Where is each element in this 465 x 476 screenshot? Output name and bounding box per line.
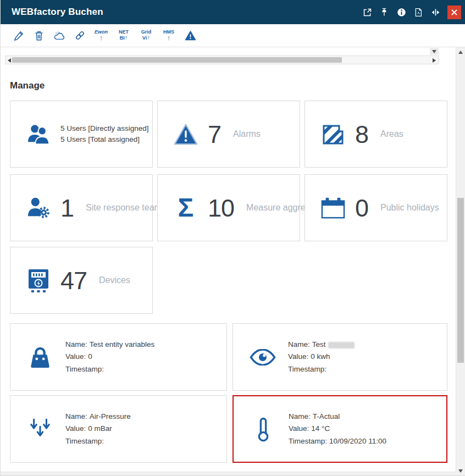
horizontal-scrollbar[interactable] [5,56,439,64]
areas-count: 8 [355,122,368,147]
card-name-row: Name:Test [288,339,355,351]
card-timestamp-row: Timestamp: [65,363,154,375]
card-value-value: 14 °C [311,424,330,433]
site-response-teams-label: Site response teams [86,203,166,213]
netbi-upload-button[interactable]: NET BI↑ [117,30,131,41]
alarms-label: Alarms [233,129,261,139]
users-summary: 5 Users [Directly assigned] 5 Users [Tot… [60,123,149,145]
card-value-value: 0 mBar [88,424,112,433]
scroll-down-icon[interactable] [432,50,436,53]
alarm-triangle-icon [172,123,200,146]
bottom-scroll-gutter [1,472,456,475]
tile-areas[interactable]: 8 Areas [305,101,447,168]
card-name-value: Test entity variables [90,340,155,348]
vertical-scroll-thumb[interactable] [457,198,464,363]
scroll-left-icon[interactable] [8,58,11,63]
card-timestamp-row: Timestamp: [288,363,355,375]
device-meter-icon [25,268,52,293]
tile-alarms[interactable]: 7 Alarms [157,101,300,168]
pin-icon[interactable] [379,7,389,17]
webfactory-window: WEBfactory Buchen [0,0,465,476]
scroll-down-icon[interactable] [458,469,463,473]
section-title: Manage [10,80,45,91]
card-value-value: 0 [88,352,92,361]
tile-site-response-teams[interactable]: 1 Site response teams [10,174,153,241]
link-icon[interactable] [74,30,86,42]
tile-devices[interactable]: 47 Devices [10,247,153,314]
cloud-icon[interactable] [53,30,65,42]
info-icon[interactable] [396,7,406,17]
areas-label: Areas [380,129,403,139]
card-name-value: T-Actual [313,412,340,420]
areas-icon [319,122,347,146]
site-response-teams-count: 1 [60,196,74,220]
card-text: Name:T-Actual Value:14 °C Timestamp:10/0… [289,411,386,447]
thermometer-icon [249,417,278,442]
public-holidays-count: 0 [355,196,368,220]
netbi-label-2: BI [120,35,125,41]
users-line-1: 5 Users [Directly assigned] [60,123,149,134]
toolbar: Ewon ↑ NET BI↑ Grid Vi↑ HMS ↑ [1,24,465,47]
window-header: WEBfactory Buchen [1,0,465,24]
resize-columns-icon[interactable] [430,7,440,17]
up-arrow-icon: ↑ [99,35,103,41]
card-timestamp-row: Timestamp:10/09/2020 11:00 [289,435,386,447]
scroll-right-icon[interactable] [433,58,436,63]
card-timestamp-row: Timestamp: [65,435,131,447]
export-pdf-icon[interactable] [413,7,423,17]
delete-trash-icon[interactable] [33,30,45,42]
scroll-up-icon[interactable] [458,51,463,54]
users-icon [25,123,52,145]
devices-count: 47 [60,268,87,293]
team-gear-icon [25,196,52,219]
card-timestamp-value: 10/09/2020 11:00 [329,437,386,445]
card-value-row: Value:0 [65,351,154,363]
tile-public-holidays[interactable]: 0 Public holidays [305,174,447,241]
users-line-2: 5 Users [Total assigned] [60,134,149,145]
close-button[interactable] [447,5,461,19]
card-air-pressure[interactable]: Name:Air-Pressure Value:0 mBar Timestamp… [10,395,227,463]
page-vertical-scrollbar[interactable] [456,47,465,476]
card-name-row: Name:Test entity variables [65,339,154,351]
card-t-actual[interactable]: Name:T-Actual Value:14 °C Timestamp:10/0… [232,395,447,463]
edit-pencil-icon[interactable] [13,30,25,42]
card-value-row: Value:0 kwh [288,351,355,363]
header-actions [362,5,461,19]
up-arrow-icon: ↑ [147,34,150,41]
inner-vertical-scrollbar[interactable] [430,48,439,55]
eye-icon [248,349,277,366]
hms-upload-button[interactable]: HMS ↑ [162,30,176,41]
alarm-warning-icon[interactable] [184,30,196,42]
card-test-entity-variables[interactable]: Name:Test entity variables Value:0 Times… [10,323,227,391]
horizontal-scroll-thumb[interactable] [12,57,342,63]
open-external-icon[interactable] [362,7,372,17]
alarms-count: 7 [208,122,221,147]
redacted-text [328,342,355,348]
card-test[interactable]: Name:Test Value:0 kwh Timestamp: [232,323,447,391]
card-text: Name:Test entity variables Value:0 Times… [65,339,154,375]
card-name-row: Name:Air-Pressure [65,411,131,423]
ewon-upload-button[interactable]: Ewon ↑ [94,30,108,41]
card-name-value: Air-Pressure [90,412,131,420]
up-arrow-icon: ↑ [167,35,171,41]
window-title: WEBfactory Buchen [12,7,103,18]
card-value-value: 0 kwh [311,352,330,361]
card-value-row: Value:14 °C [289,423,386,435]
sigma-icon: Σ [172,195,200,221]
public-holidays-label: Public holidays [380,203,439,213]
tile-users[interactable]: 5 Users [Directly assigned] 5 Users [Tot… [10,101,153,168]
up-arrow-icon: ↑ [125,34,128,41]
measure-aggregations-count: 10 [208,196,234,220]
bag-icon [26,345,54,369]
calendar-icon [319,196,347,219]
card-name-value: Test [312,340,326,348]
arrows-down-icon [26,417,54,441]
card-name-row: Name:T-Actual [289,411,386,423]
gridvis-upload-button[interactable]: Grid Vi↑ [139,30,153,41]
devices-label: Devices [99,275,130,285]
card-text: Name:Test Value:0 kwh Timestamp: [288,339,355,375]
tile-measure-aggregations[interactable]: Σ 10 Measure aggregations [157,174,300,241]
card-text: Name:Air-Pressure Value:0 mBar Timestamp… [65,411,131,447]
card-value-row: Value:0 mBar [65,423,131,435]
